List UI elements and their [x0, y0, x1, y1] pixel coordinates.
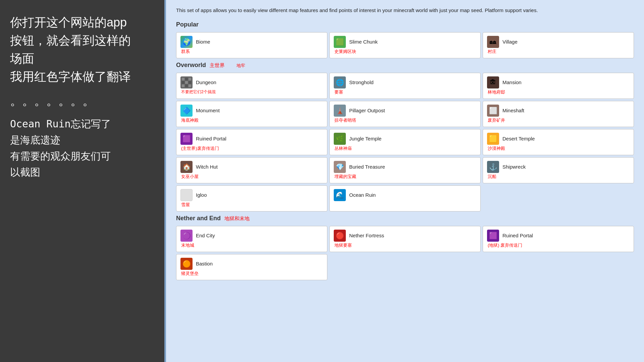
stronghold-annotation: 要塞 — [334, 89, 343, 95]
witch-hut-label: Witch Hut — [196, 164, 218, 170]
intro-text: This set of apps allows you to easily vi… — [176, 7, 634, 14]
shipwreck-card[interactable]: ⚓ Shipwreck 沉船 — [483, 157, 634, 183]
nether-fortress-annotation: 地狱要塞 — [334, 242, 352, 248]
popular-section: Popular 🌍 Biome 群系 🟩 Slime Chunk 史莱姆区块 — [176, 21, 634, 58]
mansion-card[interactable]: 🏚 Mansion 林地府邸 — [483, 73, 634, 99]
ruined-portal-ne-annotation: (地狱) 废弃传送门 — [488, 242, 522, 248]
stronghold-icon: 🌐 — [334, 76, 346, 88]
village-label: Village — [502, 39, 518, 45]
ruined-portal-ow-annotation: (主世界)废弃传送门 — [181, 145, 219, 152]
jungle-temple-card[interactable]: 🌿 Jungle Temple 丛林神庙 — [329, 129, 481, 155]
buried-treasure-card[interactable]: 💎 Buried Treasure 埋藏的宝藏 — [329, 157, 481, 183]
mineshaft-icon: ⬜ — [487, 105, 499, 117]
mansion-label: Mansion — [502, 79, 522, 85]
stronghold-label: Stronghold — [349, 79, 374, 85]
buried-treasure-icon: 💎 — [334, 161, 346, 173]
pillager-label: Pillager Outpost — [349, 108, 385, 113]
nether-fortress-icon: 🔴 — [334, 230, 346, 242]
ruined-portal-ne-label: Ruined Portal — [502, 233, 533, 238]
witch-hut-card[interactable]: 🏠 Witch Hut 女巫小屋 — [176, 157, 327, 183]
end-city-card[interactable]: 🟣 End City 末地城 — [176, 226, 327, 252]
left-panel: 你打开这个网站的app 按钮，就会看到这样的 场面 我用红色字体做了翻译 。。。… — [0, 0, 164, 362]
witch-hut-annotation: 女巫小屋 — [181, 174, 199, 180]
igloo-icon — [180, 189, 193, 201]
shipwreck-annotation: 沉船 — [488, 174, 496, 180]
dungeon-card[interactable]: Dungeon 不要把它们2个搞混 — [176, 73, 327, 99]
ruined-portal-ow-icon: 🟪 — [180, 133, 193, 145]
end-city-annotation: 末地城 — [181, 242, 194, 248]
mineshaft-card[interactable]: ⬜ Mineshaft 废弃矿井 — [483, 101, 634, 127]
buried-treasure-annotation: 埋藏的宝藏 — [334, 174, 356, 180]
biome-annotation: 群系 — [181, 49, 190, 55]
village-annotation: 村庄 — [488, 49, 496, 55]
igloo-annotation: 雪屋 — [181, 202, 190, 208]
mineshaft-label: Mineshaft — [502, 108, 524, 113]
desert-temple-label: Desert Temple — [502, 136, 535, 141]
left-text-dots: 。。。。。。。 — [10, 92, 154, 110]
pillager-outpost-card[interactable]: 🗼 Pillager Outpost 掠夺者哨塔 — [329, 101, 481, 127]
shipwreck-label: Shipwreck — [502, 164, 526, 170]
nether-end-section: Nether and End 地狱和末地 🟣 End City 末地城 🔴 Ne… — [176, 215, 634, 280]
pillager-annotation: 掠夺者哨塔 — [334, 117, 356, 123]
ruined-portal-ow-label: Ruined Portal — [196, 136, 226, 141]
slime-label: Slime Chunk — [349, 39, 378, 45]
end-city-icon: 🟣 — [180, 230, 193, 242]
popular-grid: 🌍 Biome 群系 🟩 Slime Chunk 史莱姆区块 🏘 Village — [176, 32, 634, 58]
jungle-temple-label: Jungle Temple — [349, 136, 381, 141]
dungeon-label: Dungeon — [196, 79, 216, 85]
nether-end-title-annotation: 地狱和末地 — [224, 216, 250, 221]
biome-label: Biome — [196, 39, 210, 45]
village-card[interactable]: 🏘 Village 村庄 — [483, 32, 634, 58]
slime-icon: 🟩 — [334, 36, 346, 48]
igloo-card[interactable]: Igloo 雪屋 — [176, 185, 327, 212]
bastion-card[interactable]: 🟠 Bastion 猪灵堡垒 — [176, 254, 327, 280]
pillager-icon: 🗼 — [334, 105, 346, 117]
bastion-annotation: 猪灵堡垒 — [181, 270, 199, 277]
desert-temple-annotation: 沙漠神殿 — [488, 145, 505, 152]
shipwreck-icon: ⚓ — [487, 161, 499, 173]
ocean-ruin-icon: 🌊 — [334, 189, 346, 201]
overworld-title-annotation: 主世界 — [210, 62, 225, 68]
monument-icon: 🔷 — [180, 105, 193, 117]
monument-annotation: 海底神殿 — [181, 117, 199, 123]
desert-temple-card[interactable]: 🟨 Desert Temple 沙漠神殿 — [483, 129, 634, 155]
biome-card[interactable]: 🌍 Biome 群系 — [176, 32, 327, 58]
ocean-ruin-label: Ocean Ruin — [349, 192, 376, 198]
bastion-icon: 🟠 — [180, 258, 193, 270]
ruined-portal-ne-card[interactable]: 🟪 Ruined Portal (地狱) 废弃传送门 — [483, 226, 634, 252]
overworld-title: Overworld 主世界 地牢 — [176, 62, 634, 69]
buried-treasure-label: Buried Treasure — [349, 164, 385, 170]
ocean-ruin-card[interactable]: 🌊 Ocean Ruin — [329, 185, 481, 212]
mansion-icon: 🏚 — [487, 76, 499, 88]
dungeon-icon — [180, 76, 193, 88]
nether-fortress-label: Nether Fortress — [349, 233, 384, 238]
popular-title: Popular — [176, 21, 634, 28]
biome-icon: 🌍 — [180, 36, 193, 48]
dungeon-annotation: 不要把它们2个搞混 — [181, 89, 216, 95]
slime-annotation: 史莱姆区块 — [334, 49, 356, 55]
nether-fortress-card[interactable]: 🔴 Nether Fortress 地狱要塞 — [329, 226, 481, 252]
nether-end-title: Nether and End 地狱和末地 — [176, 215, 634, 222]
overworld-grid: Dungeon 不要把它们2个搞混 🌐 Stronghold 要塞 🏚 Mans… — [176, 73, 634, 212]
igloo-label: Igloo — [196, 192, 207, 198]
ruined-portal-ne-icon: 🟪 — [487, 230, 499, 242]
jungle-temple-icon: 🌿 — [334, 133, 346, 145]
mansion-annotation: 林地府邸 — [488, 89, 505, 95]
nether-end-grid: 🟣 End City 末地城 🔴 Nether Fortress 地狱要塞 🟪 … — [176, 226, 634, 280]
slime-chunk-card[interactable]: 🟩 Slime Chunk 史莱姆区块 — [329, 32, 481, 58]
stronghold-card[interactable]: 🌐 Stronghold 要塞 — [329, 73, 481, 99]
village-icon: 🏘 — [487, 36, 499, 48]
mineshaft-annotation: 废弃矿井 — [488, 117, 505, 123]
overworld-sub-annotation: 地牢 — [236, 63, 245, 68]
left-text-main: 你打开这个网站的app 按钮，就会看到这样的 场面 我用红色字体做了翻译 — [10, 13, 154, 86]
overworld-section: Overworld 主世界 地牢 Dungeon 不要把它们2个搞混 — [176, 62, 634, 212]
witch-hut-icon: 🏠 — [180, 161, 193, 173]
bastion-label: Bastion — [196, 261, 213, 266]
desert-temple-icon: 🟨 — [487, 133, 499, 145]
monument-label: Monument — [196, 108, 220, 113]
monument-card[interactable]: 🔷 Monument 海底神殿 — [176, 101, 327, 127]
end-city-label: End City — [196, 233, 215, 238]
left-text-ocean: Ocean Ruin忘记写了是海底遗迹有需要的观众朋友们可以截图 — [10, 116, 154, 180]
right-panel[interactable]: This set of apps allows you to easily vi… — [166, 0, 644, 362]
ruined-portal-ow-card[interactable]: 🟪 Ruined Portal (主世界)废弃传送门 — [176, 129, 327, 155]
